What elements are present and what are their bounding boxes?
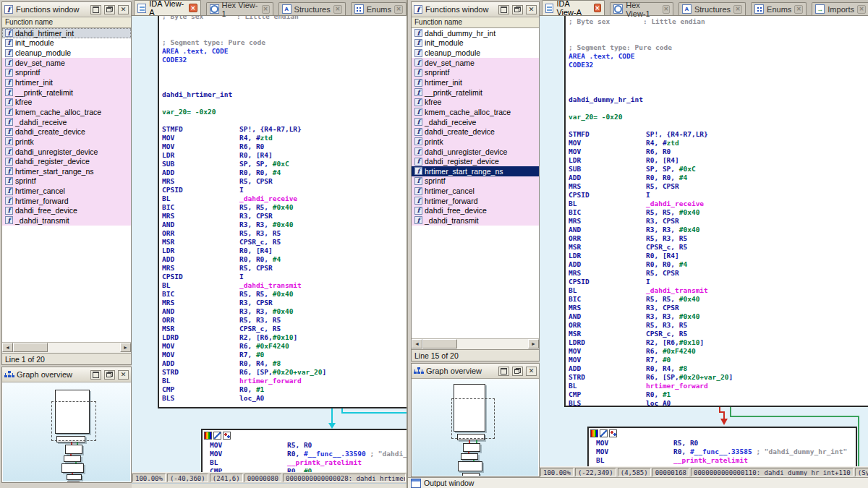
function-row[interactable]: fdahdi_dummy_hr_int (412, 28, 539, 38)
node-frame-icon[interactable] (609, 429, 617, 437)
function-row[interactable]: f_dahdi_transmit (412, 215, 539, 226)
function-row[interactable]: fdahdi_create_device (412, 127, 539, 137)
disassembly-line[interactable]: MOVR5, R0 (210, 441, 407, 450)
disassembly-line[interactable]: BLhrtimer_forward (569, 382, 733, 390)
disassembly-line[interactable]: STRDR6, [SP,#0x20+var_20] (162, 368, 326, 377)
disassembly-line[interactable]: BL_dahdi_receive (569, 200, 733, 208)
minimap-viewport[interactable] (51, 401, 96, 441)
function-row[interactable]: fprintk (2, 137, 131, 147)
function-row[interactable]: fdahdi_register_device (2, 156, 131, 166)
disassembly-line[interactable]: CMPR0, #0 (210, 467, 407, 472)
graph-view-canvas[interactable]: ; Byte sex : Little endian; Segment type… (540, 16, 868, 466)
function-row[interactable]: fhrtimer_init (412, 77, 539, 87)
minimap-viewport[interactable] (451, 398, 495, 439)
disassembly-line[interactable] (162, 99, 326, 108)
disassembly-line[interactable]: LDRR0, [R4] (162, 151, 326, 160)
disassembly-line[interactable]: BL_dahdi_receive (162, 194, 326, 203)
disassembly-line[interactable]: STMFDSP!, {R4-R7,LR} (162, 125, 326, 134)
disassembly-line[interactable]: ADDR0, R0, #4 (162, 255, 326, 264)
disassembly-line[interactable]: BL_dahdi_transmit (162, 281, 326, 290)
disassembly-line[interactable]: MOVR7, #0 (569, 356, 733, 364)
horizontal-scrollbar[interactable]: ◄ ► (412, 338, 539, 349)
disassembly-line[interactable]: MOVR4, #ztd (569, 139, 733, 147)
function-row[interactable]: fcleanup_module (412, 48, 539, 58)
graph-overview-minimap[interactable] (3, 382, 130, 481)
float-button[interactable] (104, 5, 115, 14)
function-row[interactable]: f__printk_ratelimit (412, 87, 539, 98)
disassembly-line[interactable]: BLSloc_A0 (569, 399, 733, 407)
tab-imports[interactable]: →Imports✕ (812, 2, 868, 15)
disassembly-line[interactable]: MRSR5, CPSR (162, 264, 326, 273)
disassembly-line[interactable]: STRDR6, [SP,#0x20+var_20] (569, 373, 733, 382)
disassembly-line[interactable]: CMPR0, #1 (569, 390, 733, 399)
disassembly-line[interactable] (162, 30, 326, 38)
node-edit-icon[interactable] (600, 429, 608, 437)
function-row[interactable]: fdahdi_free_device (412, 206, 539, 216)
disassembly-line[interactable]: CODE32 (162, 56, 326, 64)
close-icon[interactable]: ✕ (118, 5, 129, 14)
tab-close-icon[interactable]: ✕ (663, 5, 670, 14)
disassembly-line[interactable] (569, 26, 733, 35)
function-row[interactable]: fdahdi_create_device (2, 127, 131, 137)
close-icon[interactable]: ✕ (526, 5, 537, 14)
functions-window-titlebar[interactable]: f Functions window ✕ (2, 2, 131, 17)
disassembly-line[interactable]: ADDR0, R4, #8 (569, 364, 733, 373)
function-row[interactable]: fdev_set_name (2, 58, 131, 68)
function-row[interactable]: fkmem_cache_alloc_trace (412, 107, 539, 117)
function-row[interactable]: fhrtimer_cancel (412, 186, 539, 196)
tab-close-icon[interactable]: ✕ (262, 5, 270, 14)
maximize-button[interactable] (90, 5, 101, 14)
function-row[interactable]: finit_module (2, 38, 131, 48)
column-header[interactable]: Function name (412, 17, 539, 28)
disassembly-line[interactable]: AREA .text, CODE (162, 47, 326, 56)
disassembly-line[interactable]: ADDR0, R4, #8 (162, 359, 326, 368)
disassembly-line[interactable] (162, 116, 326, 125)
function-row[interactable]: fhrtimer_forward (412, 196, 539, 206)
disassembly-line[interactable]: ORRR5, R3, R5 (569, 321, 733, 330)
disassembly-line[interactable] (569, 87, 733, 95)
disassembly-line[interactable]: BL_dahdi_transmit (569, 286, 733, 295)
disassembly-line[interactable]: MSRCPSR_c, R5 (569, 243, 733, 252)
tab-enums[interactable]: Enums✕ (351, 2, 407, 15)
graph-node[interactable]: MOVR5, R0MOVR0, #__func__.33590 ; "dahdi… (201, 429, 407, 472)
disassembly-line[interactable]: ; Byte sex : Little endian (569, 17, 733, 26)
disassembly-line[interactable] (569, 35, 733, 43)
disassembly-line[interactable]: MRSR3, CPSR (162, 299, 326, 307)
disassembly-line[interactable]: MRSR3, CPSR (162, 212, 326, 221)
function-row[interactable]: f_dahdi_receive (412, 117, 539, 127)
scrollbar-thumb[interactable] (422, 339, 457, 348)
disassembly-line[interactable]: MRSR5, CPSR (569, 182, 733, 191)
disassembly-line[interactable]: ANDR3, R3, #0x40 (569, 312, 733, 321)
disassembly-line[interactable]: CPSIDI (162, 186, 326, 194)
disassembly-line[interactable]: ORRR5, R3, R5 (162, 316, 326, 325)
float-button[interactable] (512, 5, 523, 14)
function-row[interactable]: fdev_set_name (412, 58, 539, 68)
node-color-icon[interactable] (590, 429, 598, 437)
function-row[interactable]: f_dahdi_receive (2, 117, 131, 127)
disassembly-line[interactable]: LDRDR2, [R6,#0x10] (569, 338, 733, 347)
disassembly-view[interactable]: ; Byte sex : Little endian; Segment type… (569, 17, 733, 407)
disassembly-line[interactable]: CPSIDI (162, 273, 326, 281)
function-row[interactable]: fhrtimer_start_range_ns (412, 166, 539, 176)
function-row[interactable]: fkmem_cache_alloc_trace (2, 107, 131, 117)
disassembly-line[interactable] (569, 69, 733, 78)
disassembly-line[interactable]: MOVR0, #__func__.33590 ; "dahdi_hrtimer_… (210, 450, 407, 458)
graph-view-canvas[interactable]: ; Byte sex : Little endian; Segment type… (132, 16, 407, 472)
disassembly-line[interactable]: CODE32 (569, 61, 733, 69)
disassembly-line[interactable]: MOVR0, #__func__.33585 ; "dahdi_dummy_hr… (596, 448, 847, 456)
function-row[interactable]: fsprintf (412, 176, 539, 187)
disassembly-line[interactable]: BICR5, R5, #0x40 (569, 295, 733, 304)
function-row[interactable]: finit_module (412, 38, 539, 48)
disassembly-line[interactable]: MOVR6, #0xF4240 (569, 347, 733, 356)
tab-ida-view-a[interactable]: IDA View-A✕ (134, 0, 201, 15)
function-row[interactable]: fsprintf (2, 176, 131, 187)
output-window-tab[interactable]: Output window (408, 477, 868, 488)
graph-node[interactable]: MOVR5, R0MOVR0, #__func__.33585 ; "dahdi… (587, 427, 857, 466)
tab-close-icon[interactable]: ✕ (857, 5, 866, 14)
function-row[interactable]: fdahdi_unregister_device (412, 147, 539, 157)
tab-close-icon[interactable]: ✕ (189, 4, 197, 12)
disassembly-line[interactable]: LDRR0, [R4] (569, 156, 733, 165)
disassembly-line[interactable] (162, 21, 326, 30)
disassembly-line[interactable]: BICR5, R5, #0x40 (162, 290, 326, 299)
disassembly-line[interactable]: SUBSP, SP, #0xC (162, 160, 326, 168)
